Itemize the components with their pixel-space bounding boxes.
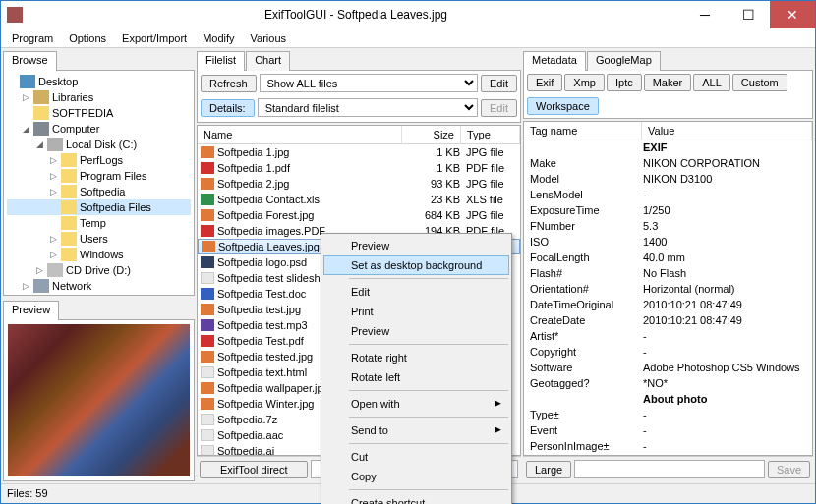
menu-program[interactable]: Program: [5, 30, 60, 45]
all-button[interactable]: ALL: [693, 74, 730, 91]
refresh-button[interactable]: Refresh: [201, 75, 257, 92]
maximize-button[interactable]: ☐: [727, 1, 770, 28]
col-value[interactable]: Value: [642, 122, 812, 140]
metadata-row[interactable]: Type±-: [524, 408, 812, 423]
expand-icon[interactable]: ▷: [21, 92, 31, 103]
expand-icon[interactable]: ▷: [48, 250, 59, 260]
metadata-row[interactable]: Event-: [524, 423, 812, 439]
metadata-row[interactable]: MakeNIKON CORPORATION: [524, 156, 812, 172]
file-row[interactable]: Softpedia 1.jpg1 KBJPG file: [198, 144, 520, 160]
expand-icon[interactable]: [21, 108, 31, 119]
metadata-row[interactable]: ExposureTime1/250: [524, 203, 812, 219]
iptc-button[interactable]: Iptc: [607, 74, 642, 91]
tree-item[interactable]: ▷Program Files: [7, 168, 191, 184]
tree-item[interactable]: Desktop: [7, 74, 191, 89]
expand-icon[interactable]: ▷: [48, 187, 59, 197]
tree-item[interactable]: ▷Users: [7, 231, 191, 247]
expand-icon[interactable]: ▷: [34, 265, 45, 276]
ctx-rotate-left[interactable]: Rotate left: [323, 367, 509, 387]
details-button[interactable]: Details:: [201, 99, 255, 117]
tree-item[interactable]: ▷Network: [7, 278, 191, 294]
tree-item[interactable]: ▷Libraries: [7, 89, 191, 105]
expand-icon[interactable]: ▷: [48, 155, 59, 166]
show-filter-select[interactable]: Show ALL files: [260, 74, 479, 92]
ctx-send-to[interactable]: Send to▶: [323, 420, 509, 440]
close-button[interactable]: ✕: [770, 1, 815, 28]
ctx-print[interactable]: Print: [323, 302, 509, 321]
minimize-button[interactable]: ─: [683, 1, 727, 28]
xmp-button[interactable]: Xmp: [564, 74, 605, 91]
exiftool-direct-button[interactable]: ExifTool direct: [200, 461, 308, 478]
file-row[interactable]: Softpedia 2.jpg93 KBJPG file: [198, 176, 520, 192]
metadata-row[interactable]: Copyright-: [524, 345, 812, 361]
ctx-cut[interactable]: Cut: [323, 447, 509, 467]
expand-icon[interactable]: ▷: [48, 234, 59, 245]
menu-export/import[interactable]: Export/Import: [115, 30, 194, 45]
metadata-row[interactable]: ISO1400: [524, 235, 812, 251]
file-list-header[interactable]: Name Size Type: [198, 126, 520, 144]
tab-googlemap[interactable]: GoogleMap: [587, 51, 661, 71]
menu-options[interactable]: Options: [62, 30, 113, 45]
filelist-filter-select[interactable]: Standard filelist: [258, 98, 478, 117]
workspace-button[interactable]: Workspace: [527, 97, 599, 115]
ctx-create-shortcut[interactable]: Create shortcut: [323, 493, 509, 504]
metadata-row[interactable]: Artist*-: [524, 329, 812, 345]
ctx-open-with[interactable]: Open with▶: [323, 394, 509, 414]
tree-item[interactable]: SOFTPEDIA: [7, 105, 191, 121]
expand-icon[interactable]: ▷: [48, 171, 59, 182]
tree-item[interactable]: ▷Softpedia: [7, 184, 191, 199]
metadata-row[interactable]: ModelNIKON D3100: [524, 172, 812, 188]
tree-item[interactable]: ◢Computer: [7, 121, 191, 137]
tree-item[interactable]: ◢Local Disk (C:): [7, 137, 191, 152]
custom-button[interactable]: Custom: [732, 74, 787, 91]
ctx-copy[interactable]: Copy: [323, 467, 509, 486]
tab-preview[interactable]: Preview: [3, 301, 59, 320]
metadata-row[interactable]: About photo: [524, 392, 812, 408]
tree-item[interactable]: ▷Windows: [7, 247, 191, 262]
menu-modify[interactable]: Modify: [196, 30, 241, 45]
tab-browse[interactable]: Browse: [3, 51, 57, 71]
edit-button[interactable]: Edit: [481, 75, 517, 92]
metadata-row[interactable]: CreateDate2010:10:21 08:47:49: [524, 313, 812, 329]
expand-icon[interactable]: [48, 218, 59, 229]
expand-icon[interactable]: ◢: [21, 124, 31, 135]
tab-chart[interactable]: Chart: [246, 51, 290, 71]
col-name[interactable]: Name: [198, 126, 402, 143]
tree-item[interactable]: ▷CD Drive (D:): [7, 262, 191, 278]
metadata-row[interactable]: Flash#No Flash: [524, 266, 812, 282]
exif-button[interactable]: Exif: [527, 74, 562, 91]
metadata-row[interactable]: DateTimeOriginal2010:10:21 08:47:49: [524, 298, 812, 313]
metadata-input[interactable]: [574, 460, 765, 478]
maker-button[interactable]: Maker: [644, 74, 692, 91]
ctx-preview[interactable]: Preview: [323, 236, 509, 255]
metadata-row[interactable]: Geotagged?*NO*: [524, 376, 812, 392]
metadata-row[interactable]: SoftwareAdobe Photoshop CS5 Windows: [524, 361, 812, 376]
tree-item[interactable]: Softpedia Files: [7, 199, 191, 215]
col-tagname[interactable]: Tag name: [524, 122, 642, 140]
ctx-preview[interactable]: Preview: [323, 321, 509, 341]
ctx-edit[interactable]: Edit: [323, 282, 509, 302]
metadata-row[interactable]: PersonInImage±-: [524, 439, 812, 455]
metadata-table[interactable]: Tag name Value EXIFMakeNIKON CORPORATION…: [523, 121, 813, 456]
metadata-row[interactable]: LensModel-: [524, 188, 812, 203]
folder-tree[interactable]: Desktop▷LibrariesSOFTPEDIA◢Computer◢Loca…: [3, 70, 195, 296]
file-row[interactable]: Softpedia 1.pdf1 KBPDF file: [198, 160, 520, 176]
menu-various[interactable]: Various: [244, 30, 293, 45]
tree-item[interactable]: ▷PerfLogs: [7, 152, 191, 168]
col-size[interactable]: Size: [402, 126, 461, 143]
large-button[interactable]: Large: [526, 461, 571, 478]
expand-icon[interactable]: [7, 77, 18, 87]
expand-icon[interactable]: ◢: [34, 140, 45, 150]
col-type[interactable]: Type: [461, 126, 520, 143]
metadata-row[interactable]: Orientation#Horizontal (normal): [524, 282, 812, 298]
file-row[interactable]: Softpedia Forest.jpg684 KBJPG file: [198, 207, 520, 223]
file-row[interactable]: Softpedia Contact.xls23 KBXLS file: [198, 192, 520, 207]
expand-icon[interactable]: [48, 202, 59, 213]
tree-item[interactable]: Temp: [7, 215, 191, 231]
ctx-set-as-desktop-background[interactable]: Set as desktop background: [323, 255, 509, 275]
expand-icon[interactable]: ▷: [21, 281, 31, 292]
metadata-row[interactable]: FocalLength40.0 mm: [524, 251, 812, 266]
metadata-row[interactable]: EXIF: [524, 140, 812, 156]
tab-metadata[interactable]: Metadata: [523, 51, 586, 71]
metadata-row[interactable]: FNumber5.3: [524, 219, 812, 235]
